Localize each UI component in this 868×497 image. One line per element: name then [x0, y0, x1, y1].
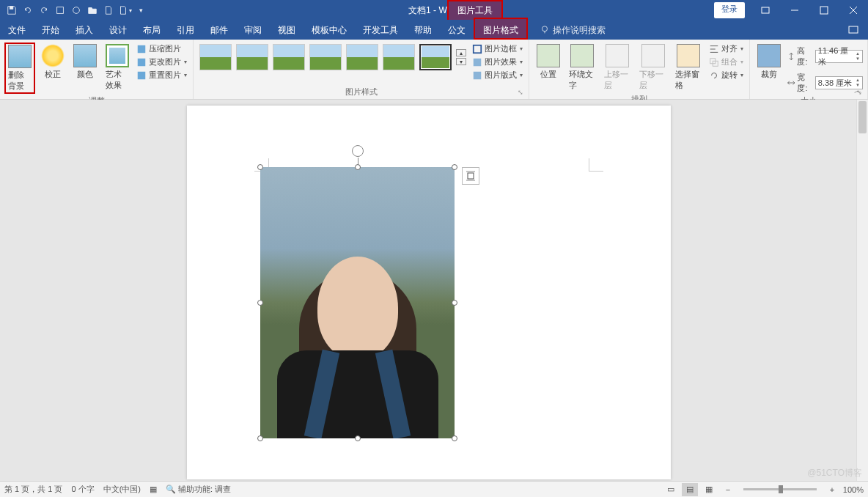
tell-me-search[interactable]: 操作说明搜索 — [540, 24, 606, 37]
layout-options-button[interactable] — [462, 167, 479, 185]
word-count[interactable]: 0 个字 — [71, 484, 94, 495]
maximize-icon[interactable] — [809, 0, 839, 21]
picture-layout-button[interactable]: 图片版式▾ — [471, 69, 524, 81]
zoom-slider[interactable] — [743, 488, 817, 490]
ribbon-group-size: 裁剪 高度: 11.46 厘米▲▼ 宽度: 8.38 厘米▲▼ 大小 ⤡ — [750, 40, 868, 99]
accessibility-status[interactable]: 🔍 辅助功能: 调查 — [166, 484, 231, 495]
height-input[interactable]: 11.46 厘米▲▼ — [815, 50, 863, 63]
resize-handle[interactable] — [355, 164, 361, 170]
style-thumb[interactable] — [236, 44, 268, 70]
read-mode-icon[interactable]: ▭ — [663, 483, 679, 496]
zoom-in-icon[interactable]: + — [824, 483, 840, 496]
crop-button[interactable]: 裁剪 — [754, 43, 784, 81]
share-icon[interactable] — [847, 23, 859, 37]
group-button[interactable]: 组合▾ — [707, 56, 745, 68]
tab-developer[interactable]: 开发工具 — [355, 21, 406, 40]
style-thumb[interactable] — [199, 44, 232, 70]
resize-handle[interactable] — [355, 435, 361, 441]
reset-picture-button[interactable]: 重置图片▾ — [135, 69, 188, 81]
web-layout-icon[interactable]: ▦ — [701, 483, 717, 496]
undo-icon[interactable] — [21, 3, 35, 18]
color-button[interactable]: 颜色 — [70, 43, 100, 81]
print-layout-icon[interactable]: ▤ — [682, 483, 698, 496]
picture-border-button[interactable]: 图片边框▾ — [471, 43, 524, 55]
svg-rect-5 — [820, 7, 828, 14]
selected-image[interactable] — [260, 167, 455, 438]
tab-view[interactable]: 视图 — [270, 21, 304, 40]
picture-effects-button[interactable]: 图片效果▾ — [471, 56, 524, 68]
redo-icon[interactable] — [37, 3, 51, 18]
style-thumb[interactable] — [346, 44, 378, 70]
context-tab-picture-tools[interactable]: 图片工具 — [447, 0, 503, 20]
open-icon[interactable] — [85, 3, 100, 18]
bring-forward-button[interactable]: 上移一层 — [601, 43, 633, 92]
spinner-icon[interactable]: ▲▼ — [856, 51, 860, 62]
tab-insert[interactable]: 插入 — [67, 21, 101, 40]
collapse-ribbon-icon[interactable]: ︿ — [854, 85, 862, 96]
style-thumb[interactable] — [383, 44, 415, 70]
login-button[interactable]: 登录 — [714, 2, 745, 18]
resize-handle[interactable] — [257, 435, 263, 441]
tab-picture-format[interactable]: 图片格式 — [474, 18, 528, 40]
tab-file[interactable]: 文件 — [0, 21, 34, 40]
qat-icon[interactable] — [53, 3, 67, 18]
language[interactable]: 中文(中国) — [103, 484, 141, 495]
width-icon — [787, 78, 796, 88]
zoom-thumb[interactable] — [779, 485, 783, 493]
send-backward-button[interactable]: 下移一层 — [636, 43, 669, 92]
tab-references[interactable]: 引用 — [169, 21, 202, 40]
svg-point-2 — [73, 7, 80, 14]
style-thumb[interactable] — [273, 44, 305, 70]
tab-mail[interactable]: 邮件 — [202, 21, 236, 40]
artistic-effects-button[interactable]: 艺术效果 — [103, 43, 132, 92]
position-button[interactable]: 位置 — [534, 43, 563, 81]
tab-review[interactable]: 审阅 — [236, 21, 270, 40]
tab-template[interactable]: 模板中心 — [304, 21, 355, 40]
wrap-text-button[interactable]: 环绕文字 — [566, 43, 598, 92]
tab-gongwen[interactable]: 公文 — [440, 21, 474, 40]
save-icon[interactable] — [4, 3, 19, 18]
tab-design[interactable]: 设计 — [101, 21, 135, 40]
watermark: @51CTO博客 — [807, 467, 862, 479]
selection-pane-button[interactable]: 选择窗格 — [672, 43, 705, 92]
resize-handle[interactable] — [452, 300, 457, 306]
style-thumb[interactable] — [309, 44, 342, 70]
remove-background-button[interactable]: 删除背景 — [4, 43, 35, 94]
margin-marker — [589, 158, 603, 172]
qat-customize-icon[interactable]: ▾ — [133, 3, 148, 18]
qat-icon[interactable] — [69, 3, 84, 18]
minimize-icon[interactable] — [780, 0, 809, 21]
position-icon — [537, 44, 560, 67]
gallery-expand-button[interactable]: ▴▾ — [456, 49, 466, 65]
style-thumb-selected[interactable] — [419, 44, 452, 70]
zoom-out-icon[interactable]: − — [720, 483, 736, 496]
rotation-handle[interactable] — [352, 145, 364, 157]
vertical-scrollbar[interactable] — [856, 100, 868, 481]
tab-home[interactable]: 开始 — [34, 21, 67, 40]
resize-handle[interactable] — [257, 300, 263, 306]
rotate-button[interactable]: 旋转▾ — [707, 69, 745, 81]
resize-handle[interactable] — [452, 435, 457, 441]
svg-rect-11 — [138, 45, 146, 53]
new-dropdown-icon[interactable]: ▾ — [117, 3, 132, 18]
close-icon[interactable] — [839, 0, 868, 21]
scrollbar-thumb[interactable] — [858, 101, 867, 133]
statusbar: 第 1 页，共 1 页 0 个字 中文(中国) ▦ 🔍 辅助功能: 调查 ▭ ▤… — [0, 481, 868, 497]
tab-help[interactable]: 帮助 — [406, 21, 440, 40]
corrections-button[interactable]: 校正 — [38, 43, 67, 81]
picture-style-gallery[interactable]: ▴▾ — [198, 43, 468, 72]
tab-layout[interactable]: 布局 — [135, 21, 169, 40]
resize-handle[interactable] — [452, 164, 457, 170]
resize-handle[interactable] — [257, 164, 263, 170]
zoom-level[interactable]: 100% — [843, 485, 864, 494]
ribbon-display-icon[interactable] — [751, 0, 780, 21]
dialog-launcher-icon[interactable]: ⤡ — [518, 89, 526, 97]
change-picture-button[interactable]: 更改图片▾ — [135, 56, 188, 68]
new-icon[interactable] — [101, 3, 116, 18]
macro-icon[interactable]: ▦ — [150, 485, 157, 494]
page-count[interactable]: 第 1 页，共 1 页 — [4, 484, 62, 495]
align-button[interactable]: 对齐▾ — [707, 43, 745, 55]
svg-rect-24 — [468, 173, 474, 179]
chevron-down-icon: ▾ — [520, 45, 523, 52]
compress-pictures-button[interactable]: 压缩图片 — [135, 43, 188, 55]
